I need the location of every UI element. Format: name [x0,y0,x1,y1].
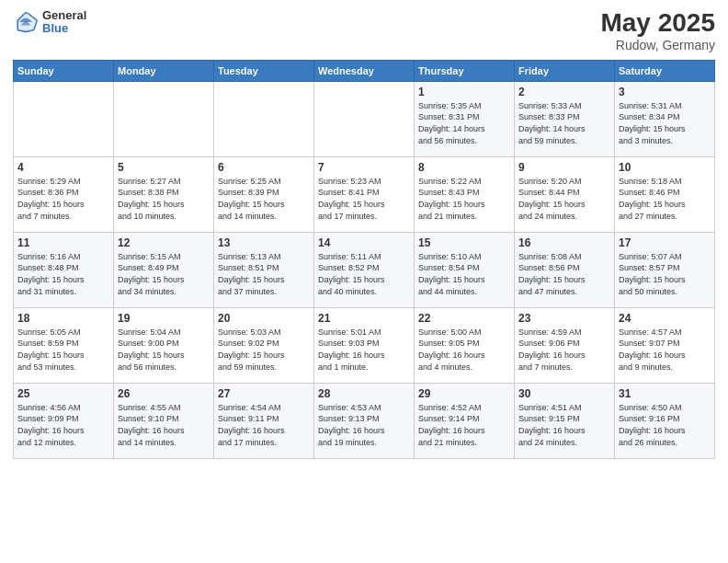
header-sunday: Sunday [14,60,114,81]
day-number: 4 [17,161,109,174]
day-number: 17 [619,236,711,249]
day-info: Sunrise: 5:10 AM Sunset: 8:54 PM Dayligh… [418,251,510,297]
day-number: 26 [118,387,210,400]
day-number: 1 [418,86,510,98]
day-number: 21 [318,312,410,325]
day-number: 28 [318,387,410,400]
day-cell: 17Sunrise: 5:07 AM Sunset: 8:57 PM Dayli… [615,232,715,307]
day-number: 7 [318,161,410,174]
day-number: 5 [118,161,210,174]
day-cell: 24Sunrise: 4:57 AM Sunset: 9:07 PM Dayli… [615,307,715,383]
day-cell: 1Sunrise: 5:35 AM Sunset: 8:31 PM Daylig… [415,81,515,156]
header-friday: Friday [515,60,615,81]
day-cell [214,81,314,156]
day-cell: 30Sunrise: 4:51 AM Sunset: 9:15 PM Dayli… [515,383,615,458]
calendar-table: SundayMondayTuesdayWednesdayThursdayFrid… [13,60,715,459]
day-cell: 12Sunrise: 5:15 AM Sunset: 8:49 PM Dayli… [114,232,214,307]
day-number: 8 [418,161,510,174]
day-cell: 22Sunrise: 5:00 AM Sunset: 9:05 PM Dayli… [415,307,515,383]
day-info: Sunrise: 5:03 AM Sunset: 9:02 PM Dayligh… [218,327,310,373]
day-cell: 29Sunrise: 4:52 AM Sunset: 9:14 PM Dayli… [415,383,515,458]
day-info: Sunrise: 5:07 AM Sunset: 8:57 PM Dayligh… [619,251,711,297]
header-row: SundayMondayTuesdayWednesdayThursdayFrid… [14,60,715,81]
header-tuesday: Tuesday [214,60,314,81]
day-number: 18 [17,312,109,325]
week-row-2: 4Sunrise: 5:29 AM Sunset: 8:36 PM Daylig… [14,156,715,232]
day-number: 3 [619,86,711,98]
day-info: Sunrise: 5:08 AM Sunset: 8:56 PM Dayligh… [518,251,610,297]
day-number: 31 [619,387,711,400]
day-cell: 21Sunrise: 5:01 AM Sunset: 9:03 PM Dayli… [314,307,415,383]
day-info: Sunrise: 5:35 AM Sunset: 8:31 PM Dayligh… [418,100,510,146]
day-cell: 7Sunrise: 5:23 AM Sunset: 8:41 PM Daylig… [314,156,415,232]
day-info: Sunrise: 5:29 AM Sunset: 8:36 PM Dayligh… [17,176,109,222]
day-info: Sunrise: 4:50 AM Sunset: 9:16 PM Dayligh… [619,402,711,448]
header-thursday: Thursday [415,60,515,81]
logo: General Blue [13,9,86,36]
day-info: Sunrise: 4:55 AM Sunset: 9:10 PM Dayligh… [118,402,210,448]
day-cell: 15Sunrise: 5:10 AM Sunset: 8:54 PM Dayli… [415,232,515,307]
day-info: Sunrise: 5:25 AM Sunset: 8:39 PM Dayligh… [218,176,310,222]
day-number: 19 [118,312,210,325]
week-row-3: 11Sunrise: 5:16 AM Sunset: 8:48 PM Dayli… [14,232,715,307]
day-cell: 4Sunrise: 5:29 AM Sunset: 8:36 PM Daylig… [14,156,114,232]
day-number: 15 [418,236,510,249]
day-info: Sunrise: 4:59 AM Sunset: 9:06 PM Dayligh… [518,327,610,373]
day-cell: 9Sunrise: 5:20 AM Sunset: 8:44 PM Daylig… [515,156,615,232]
day-cell: 16Sunrise: 5:08 AM Sunset: 8:56 PM Dayli… [515,232,615,307]
logo-text: General Blue [42,9,86,36]
day-number: 11 [17,236,109,249]
header: General Blue May 2025 Rudow, Germany [13,9,715,52]
day-cell: 14Sunrise: 5:11 AM Sunset: 8:52 PM Dayli… [314,232,415,307]
day-info: Sunrise: 4:51 AM Sunset: 9:15 PM Dayligh… [518,402,610,448]
day-number: 24 [619,312,711,325]
day-cell: 25Sunrise: 4:56 AM Sunset: 9:09 PM Dayli… [14,383,114,458]
day-number: 25 [17,387,109,400]
day-number: 23 [518,312,610,325]
day-cell [314,81,415,156]
day-info: Sunrise: 5:13 AM Sunset: 8:51 PM Dayligh… [218,251,310,297]
day-info: Sunrise: 4:52 AM Sunset: 9:14 PM Dayligh… [418,402,510,448]
day-info: Sunrise: 5:27 AM Sunset: 8:38 PM Dayligh… [118,176,210,222]
day-cell: 3Sunrise: 5:31 AM Sunset: 8:34 PM Daylig… [615,81,715,156]
page: General Blue May 2025 Rudow, Germany Sun… [0,0,728,563]
day-cell [114,81,214,156]
day-info: Sunrise: 5:01 AM Sunset: 9:03 PM Dayligh… [318,327,410,373]
month-title: May 2025 [600,9,715,38]
day-cell [14,81,114,156]
title-block: May 2025 Rudow, Germany [600,9,715,52]
day-cell: 11Sunrise: 5:16 AM Sunset: 8:48 PM Dayli… [14,232,114,307]
day-number: 22 [418,312,510,325]
day-info: Sunrise: 5:04 AM Sunset: 9:00 PM Dayligh… [118,327,210,373]
day-info: Sunrise: 5:22 AM Sunset: 8:43 PM Dayligh… [418,176,510,222]
week-row-5: 25Sunrise: 4:56 AM Sunset: 9:09 PM Dayli… [14,383,715,458]
day-cell: 2Sunrise: 5:33 AM Sunset: 8:33 PM Daylig… [515,81,615,156]
day-number: 14 [318,236,410,249]
day-info: Sunrise: 5:11 AM Sunset: 8:52 PM Dayligh… [318,251,410,297]
day-cell: 20Sunrise: 5:03 AM Sunset: 9:02 PM Dayli… [214,307,314,383]
day-info: Sunrise: 4:57 AM Sunset: 9:07 PM Dayligh… [619,327,711,373]
day-info: Sunrise: 5:05 AM Sunset: 8:59 PM Dayligh… [17,327,109,373]
day-number: 13 [218,236,310,249]
day-number: 10 [619,161,711,174]
day-info: Sunrise: 5:23 AM Sunset: 8:41 PM Dayligh… [318,176,410,222]
day-info: Sunrise: 4:53 AM Sunset: 9:13 PM Dayligh… [318,402,410,448]
day-info: Sunrise: 5:18 AM Sunset: 8:46 PM Dayligh… [619,176,711,222]
day-cell: 27Sunrise: 4:54 AM Sunset: 9:11 PM Dayli… [214,383,314,458]
week-row-4: 18Sunrise: 5:05 AM Sunset: 8:59 PM Dayli… [14,307,715,383]
day-number: 30 [518,387,610,400]
day-cell: 5Sunrise: 5:27 AM Sunset: 8:38 PM Daylig… [114,156,214,232]
day-cell: 28Sunrise: 4:53 AM Sunset: 9:13 PM Dayli… [314,383,415,458]
day-cell: 31Sunrise: 4:50 AM Sunset: 9:16 PM Dayli… [615,383,715,458]
day-info: Sunrise: 5:15 AM Sunset: 8:49 PM Dayligh… [118,251,210,297]
day-cell: 6Sunrise: 5:25 AM Sunset: 8:39 PM Daylig… [214,156,314,232]
day-info: Sunrise: 4:56 AM Sunset: 9:09 PM Dayligh… [17,402,109,448]
day-info: Sunrise: 5:20 AM Sunset: 8:44 PM Dayligh… [518,176,610,222]
day-cell: 19Sunrise: 5:04 AM Sunset: 9:00 PM Dayli… [114,307,214,383]
day-cell: 26Sunrise: 4:55 AM Sunset: 9:10 PM Dayli… [114,383,214,458]
day-number: 6 [218,161,310,174]
week-row-1: 1Sunrise: 5:35 AM Sunset: 8:31 PM Daylig… [14,81,715,156]
day-number: 12 [118,236,210,249]
logo-general-label: General [42,9,86,22]
day-number: 20 [218,312,310,325]
